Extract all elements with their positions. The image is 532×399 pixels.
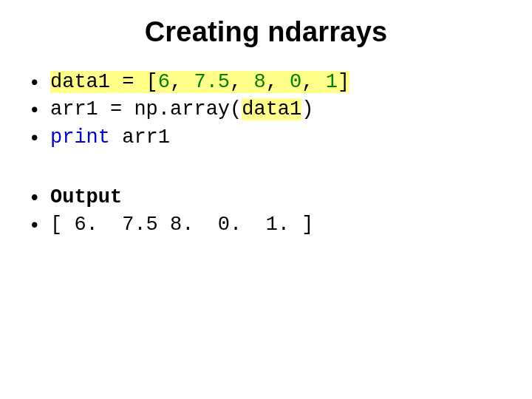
code-line-1: data1 = [6, 7.5, 8, 0, 1] [30, 69, 510, 96]
code-line-2: arr1 = np.array(data1) [30, 96, 510, 123]
slide: Creating ndarrays data1 = [6, 7.5, 8, 0,… [0, 0, 532, 399]
slide-title: Creating ndarrays [22, 16, 510, 48]
output-label: Output [30, 184, 510, 211]
output-line: [ 6. 7.5 8. 0. 1. ] [30, 211, 510, 239]
output-block: Output [ 6. 7.5 8. 0. 1. ] [30, 184, 510, 239]
code-line-3: print arr1 [30, 124, 510, 151]
code-block: data1 = [6, 7.5, 8, 0, 1] arr1 = np.arra… [30, 69, 510, 151]
